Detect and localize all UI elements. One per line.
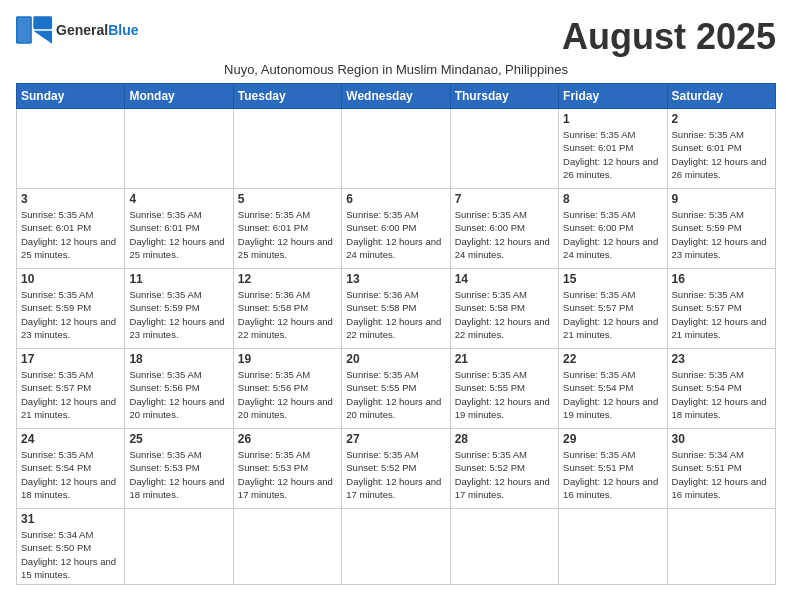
calendar-week-row: 10Sunrise: 5:35 AM Sunset: 5:59 PM Dayli… <box>17 269 776 349</box>
calendar-cell: 14Sunrise: 5:35 AM Sunset: 5:58 PM Dayli… <box>450 269 558 349</box>
day-number: 16 <box>672 272 771 286</box>
calendar-week-row: 3Sunrise: 5:35 AM Sunset: 6:01 PM Daylig… <box>17 189 776 269</box>
day-info: Sunrise: 5:35 AM Sunset: 6:01 PM Dayligh… <box>563 128 662 181</box>
day-number: 13 <box>346 272 445 286</box>
day-number: 2 <box>672 112 771 126</box>
weekday-header-friday: Friday <box>559 84 667 109</box>
weekday-header-wednesday: Wednesday <box>342 84 450 109</box>
calendar-cell: 29Sunrise: 5:35 AM Sunset: 5:51 PM Dayli… <box>559 429 667 509</box>
day-number: 28 <box>455 432 554 446</box>
day-info: Sunrise: 5:35 AM Sunset: 5:53 PM Dayligh… <box>238 448 337 501</box>
day-number: 29 <box>563 432 662 446</box>
month-title: August 2025 <box>562 16 776 58</box>
day-info: Sunrise: 5:35 AM Sunset: 6:00 PM Dayligh… <box>563 208 662 261</box>
calendar-cell: 11Sunrise: 5:35 AM Sunset: 5:59 PM Dayli… <box>125 269 233 349</box>
day-info: Sunrise: 5:34 AM Sunset: 5:50 PM Dayligh… <box>21 528 120 581</box>
day-number: 1 <box>563 112 662 126</box>
calendar-cell <box>667 509 775 585</box>
svg-marker-2 <box>33 31 52 44</box>
day-info: Sunrise: 5:35 AM Sunset: 5:55 PM Dayligh… <box>455 368 554 421</box>
day-info: Sunrise: 5:35 AM Sunset: 6:01 PM Dayligh… <box>21 208 120 261</box>
day-info: Sunrise: 5:35 AM Sunset: 6:01 PM Dayligh… <box>672 128 771 181</box>
calendar-cell: 6Sunrise: 5:35 AM Sunset: 6:00 PM Daylig… <box>342 189 450 269</box>
calendar-cell <box>450 509 558 585</box>
calendar-cell <box>233 509 341 585</box>
calendar-cell <box>17 109 125 189</box>
day-info: Sunrise: 5:35 AM Sunset: 6:01 PM Dayligh… <box>238 208 337 261</box>
day-number: 10 <box>21 272 120 286</box>
calendar-cell: 22Sunrise: 5:35 AM Sunset: 5:54 PM Dayli… <box>559 349 667 429</box>
calendar-cell <box>342 109 450 189</box>
calendar-cell: 9Sunrise: 5:35 AM Sunset: 5:59 PM Daylig… <box>667 189 775 269</box>
day-number: 6 <box>346 192 445 206</box>
day-info: Sunrise: 5:35 AM Sunset: 5:59 PM Dayligh… <box>672 208 771 261</box>
day-number: 9 <box>672 192 771 206</box>
day-info: Sunrise: 5:35 AM Sunset: 5:59 PM Dayligh… <box>129 288 228 341</box>
calendar-week-row: 1Sunrise: 5:35 AM Sunset: 6:01 PM Daylig… <box>17 109 776 189</box>
calendar-cell: 3Sunrise: 5:35 AM Sunset: 6:01 PM Daylig… <box>17 189 125 269</box>
day-number: 4 <box>129 192 228 206</box>
calendar-cell: 27Sunrise: 5:35 AM Sunset: 5:52 PM Dayli… <box>342 429 450 509</box>
day-number: 22 <box>563 352 662 366</box>
calendar-cell: 18Sunrise: 5:35 AM Sunset: 5:56 PM Dayli… <box>125 349 233 429</box>
day-info: Sunrise: 5:35 AM Sunset: 5:56 PM Dayligh… <box>238 368 337 421</box>
weekday-header-row: SundayMondayTuesdayWednesdayThursdayFrid… <box>17 84 776 109</box>
day-number: 21 <box>455 352 554 366</box>
svg-rect-3 <box>17 18 30 42</box>
day-info: Sunrise: 5:36 AM Sunset: 5:58 PM Dayligh… <box>238 288 337 341</box>
day-number: 25 <box>129 432 228 446</box>
logo-icon <box>16 16 52 44</box>
day-info: Sunrise: 5:35 AM Sunset: 5:54 PM Dayligh… <box>563 368 662 421</box>
calendar-cell: 5Sunrise: 5:35 AM Sunset: 6:01 PM Daylig… <box>233 189 341 269</box>
day-number: 18 <box>129 352 228 366</box>
calendar-cell: 24Sunrise: 5:35 AM Sunset: 5:54 PM Dayli… <box>17 429 125 509</box>
logo: GeneralBlue <box>16 16 138 44</box>
day-info: Sunrise: 5:35 AM Sunset: 5:57 PM Dayligh… <box>672 288 771 341</box>
day-number: 5 <box>238 192 337 206</box>
day-number: 8 <box>563 192 662 206</box>
calendar-cell: 4Sunrise: 5:35 AM Sunset: 6:01 PM Daylig… <box>125 189 233 269</box>
day-number: 31 <box>21 512 120 526</box>
calendar-cell: 13Sunrise: 5:36 AM Sunset: 5:58 PM Dayli… <box>342 269 450 349</box>
calendar-cell <box>559 509 667 585</box>
day-number: 23 <box>672 352 771 366</box>
day-info: Sunrise: 5:35 AM Sunset: 5:53 PM Dayligh… <box>129 448 228 501</box>
weekday-header-tuesday: Tuesday <box>233 84 341 109</box>
logo-text: GeneralBlue <box>56 22 138 38</box>
day-info: Sunrise: 5:35 AM Sunset: 6:00 PM Dayligh… <box>346 208 445 261</box>
day-number: 11 <box>129 272 228 286</box>
day-number: 12 <box>238 272 337 286</box>
weekday-header-monday: Monday <box>125 84 233 109</box>
calendar-cell: 28Sunrise: 5:35 AM Sunset: 5:52 PM Dayli… <box>450 429 558 509</box>
calendar-cell: 31Sunrise: 5:34 AM Sunset: 5:50 PM Dayli… <box>17 509 125 585</box>
day-number: 19 <box>238 352 337 366</box>
day-info: Sunrise: 5:34 AM Sunset: 5:51 PM Dayligh… <box>672 448 771 501</box>
day-info: Sunrise: 5:35 AM Sunset: 5:54 PM Dayligh… <box>672 368 771 421</box>
calendar-cell: 17Sunrise: 5:35 AM Sunset: 5:57 PM Dayli… <box>17 349 125 429</box>
day-info: Sunrise: 5:35 AM Sunset: 5:52 PM Dayligh… <box>346 448 445 501</box>
calendar-cell <box>125 109 233 189</box>
calendar-cell <box>342 509 450 585</box>
day-info: Sunrise: 5:35 AM Sunset: 5:51 PM Dayligh… <box>563 448 662 501</box>
calendar-cell: 25Sunrise: 5:35 AM Sunset: 5:53 PM Dayli… <box>125 429 233 509</box>
day-info: Sunrise: 5:35 AM Sunset: 5:55 PM Dayligh… <box>346 368 445 421</box>
calendar-cell: 23Sunrise: 5:35 AM Sunset: 5:54 PM Dayli… <box>667 349 775 429</box>
calendar-cell: 20Sunrise: 5:35 AM Sunset: 5:55 PM Dayli… <box>342 349 450 429</box>
calendar-cell <box>125 509 233 585</box>
day-info: Sunrise: 5:35 AM Sunset: 5:59 PM Dayligh… <box>21 288 120 341</box>
day-info: Sunrise: 5:35 AM Sunset: 5:57 PM Dayligh… <box>21 368 120 421</box>
day-number: 26 <box>238 432 337 446</box>
weekday-header-thursday: Thursday <box>450 84 558 109</box>
day-number: 30 <box>672 432 771 446</box>
calendar-cell: 26Sunrise: 5:35 AM Sunset: 5:53 PM Dayli… <box>233 429 341 509</box>
day-info: Sunrise: 5:35 AM Sunset: 5:56 PM Dayligh… <box>129 368 228 421</box>
day-info: Sunrise: 5:35 AM Sunset: 5:57 PM Dayligh… <box>563 288 662 341</box>
day-number: 27 <box>346 432 445 446</box>
calendar-week-row: 31Sunrise: 5:34 AM Sunset: 5:50 PM Dayli… <box>17 509 776 585</box>
calendar-week-row: 24Sunrise: 5:35 AM Sunset: 5:54 PM Dayli… <box>17 429 776 509</box>
day-number: 24 <box>21 432 120 446</box>
calendar-cell: 8Sunrise: 5:35 AM Sunset: 6:00 PM Daylig… <box>559 189 667 269</box>
calendar-table: SundayMondayTuesdayWednesdayThursdayFrid… <box>16 83 776 585</box>
day-number: 15 <box>563 272 662 286</box>
calendar-week-row: 17Sunrise: 5:35 AM Sunset: 5:57 PM Dayli… <box>17 349 776 429</box>
